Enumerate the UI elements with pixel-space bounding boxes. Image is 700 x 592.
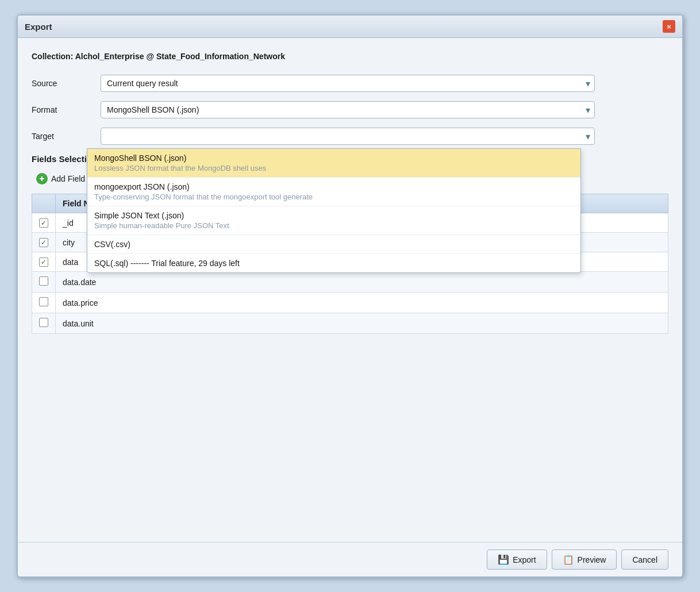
target-select[interactable]: [101, 128, 595, 145]
source-control: Current query result ▾: [101, 75, 595, 92]
field-name-cell: data.date: [56, 272, 668, 293]
checkmark-icon: ✓: [41, 219, 47, 227]
format-label: Format: [32, 105, 101, 114]
dropdown-item-1[interactable]: mongoexport JSON (.json)Type-conserving …: [87, 177, 580, 206]
target-label: Target: [32, 132, 101, 141]
target-select-wrapper: ▾: [101, 128, 595, 145]
dropdown-item-title: MongoShell BSON (.json): [94, 153, 574, 163]
field-name-cell: data.price: [56, 293, 668, 313]
source-label: Source: [32, 79, 101, 88]
field-checkbox[interactable]: ✓: [39, 238, 48, 247]
field-checkbox[interactable]: [39, 276, 48, 286]
add-field-label: Add Field: [51, 174, 85, 183]
field-name-cell: data.unit: [56, 313, 668, 334]
dropdown-item-title: SQL(.sql) ------- Trial feature, 29 days…: [94, 259, 574, 268]
close-button[interactable]: ×: [663, 20, 675, 33]
source-row: Source Current query result ▾: [32, 75, 668, 92]
checkbox-cell[interactable]: ✓: [32, 213, 56, 233]
dialog-body: Collection: Alchol_Enterprise @ State_Fo…: [18, 38, 682, 542]
cancel-label: Cancel: [632, 555, 657, 564]
checkbox-cell[interactable]: ✓: [32, 233, 56, 252]
source-select[interactable]: Current query result: [101, 75, 595, 92]
format-select[interactable]: MongoShell BSON (.json): [101, 101, 595, 118]
field-checkbox[interactable]: [39, 297, 48, 306]
dropdown-item-title: Simple JSON Text (.json): [94, 211, 574, 220]
checkbox-cell[interactable]: [32, 272, 56, 293]
export-dialog: Export × Collection: Alchol_Enterprise @…: [17, 14, 683, 578]
table-row: data.price: [32, 293, 668, 313]
cancel-button[interactable]: Cancel: [621, 549, 668, 570]
table-row: data.date: [32, 272, 668, 293]
preview-icon: 📋: [563, 554, 574, 565]
dropdown-item-title: CSV(.csv): [94, 240, 574, 249]
export-label: Export: [513, 555, 536, 564]
dropdown-item-4[interactable]: SQL(.sql) ------- Trial feature, 29 days…: [87, 253, 580, 272]
dropdown-item-title: mongoexport JSON (.json): [94, 182, 574, 191]
checkbox-cell[interactable]: [32, 313, 56, 334]
dialog-footer: 💾 Export 📋 Preview Cancel: [18, 542, 682, 576]
dropdown-item-subtitle: Lossless JSON format that the MongoDB sh…: [94, 164, 574, 172]
field-checkbox[interactable]: ✓: [39, 257, 48, 267]
dropdown-item-subtitle: Type-conserving JSON format that the mon…: [94, 193, 574, 201]
dropdown-item-3[interactable]: CSV(.csv): [87, 235, 580, 253]
format-control: MongoShell BSON (.json) ▾: [101, 101, 595, 118]
add-field-button[interactable]: + Add Field: [32, 171, 90, 187]
dropdown-item-subtitle: Simple human-readable Pure JSON Text: [94, 221, 574, 230]
col-header-check: [32, 194, 56, 213]
target-control: ▾: [101, 128, 595, 145]
export-button[interactable]: 💾 Export: [487, 549, 547, 570]
checkmark-icon: ✓: [41, 239, 47, 247]
preview-button[interactable]: 📋 Preview: [552, 549, 617, 570]
field-checkbox[interactable]: ✓: [39, 218, 48, 228]
export-icon: 💾: [498, 554, 509, 565]
add-field-icon: +: [36, 173, 48, 184]
table-row: data.unit: [32, 313, 668, 334]
dialog-title: Export: [25, 22, 52, 32]
dropdown-item-2[interactable]: Simple JSON Text (.json)Simple human-rea…: [87, 206, 580, 235]
target-row: Target ▾: [32, 128, 668, 145]
format-dropdown: MongoShell BSON (.json)Lossless JSON for…: [87, 148, 581, 273]
checkbox-cell[interactable]: ✓: [32, 252, 56, 272]
collection-info: Collection: Alchol_Enterprise @ State_Fo…: [32, 52, 668, 61]
checkbox-cell[interactable]: [32, 293, 56, 313]
field-checkbox[interactable]: [39, 318, 48, 327]
dialog-titlebar: Export ×: [18, 16, 682, 38]
source-select-wrapper: Current query result ▾: [101, 75, 595, 92]
checkmark-icon: ✓: [41, 258, 47, 266]
format-select-wrapper: MongoShell BSON (.json) ▾: [101, 101, 595, 118]
dropdown-item-0[interactable]: MongoShell BSON (.json)Lossless JSON for…: [87, 149, 580, 177]
format-row: Format MongoShell BSON (.json) ▾: [32, 101, 668, 118]
preview-label: Preview: [578, 555, 606, 564]
